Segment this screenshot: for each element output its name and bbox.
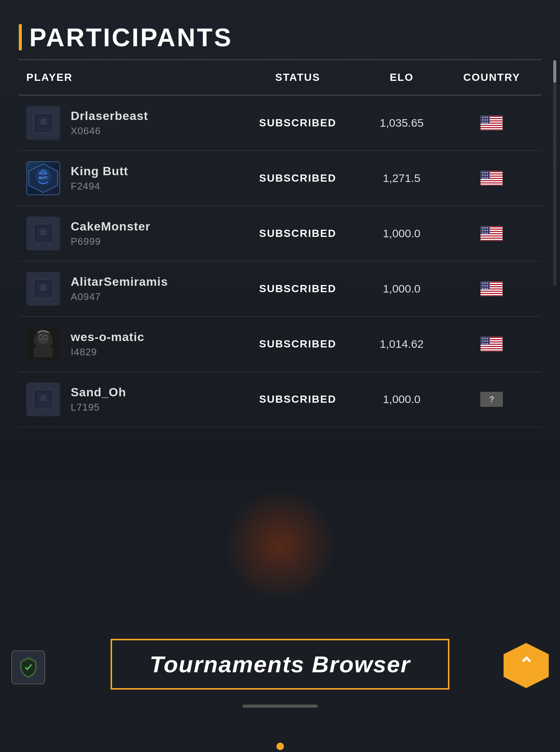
col-header-status: STATUS (234, 60, 361, 95)
elo-cell: 1,000.0 (361, 206, 442, 261)
table-row: CakeMonster P6999 SUBSCRIBED 1,000.0 ★★★… (19, 206, 541, 261)
avatar (26, 217, 60, 250)
col-header-player: PLAYER (19, 60, 234, 95)
avatar: KING BUTT (26, 161, 60, 195)
page-title: PARTICIPANTS (29, 23, 232, 52)
svg-point-22 (39, 336, 42, 338)
player-info: King Butt F2494 (71, 164, 128, 192)
player-id: A0947 (71, 291, 168, 303)
player-id: L7195 (71, 402, 126, 413)
country-cell: ★★★★★★★★★ (442, 95, 541, 151)
country-cell: ★★★★★★★★★ (442, 151, 541, 206)
player-cell: KING BUTT King Butt F2494 (19, 151, 234, 206)
player-name: Drlaserbeast (71, 109, 148, 123)
player-cell: Sand_Oh L7195 (19, 372, 234, 427)
table-row: Sand_Oh L7195 SUBSCRIBED 1,000.0 ? (19, 372, 541, 427)
player-info: Drlaserbeast X0646 (71, 109, 148, 137)
player-name: AlitarSemiramis (71, 275, 168, 289)
scroll-indicator (243, 705, 318, 708)
elo-cell: 1,014.62 (361, 317, 442, 372)
tournaments-browser-button[interactable]: Tournaments Browser (111, 639, 450, 690)
svg-point-28 (42, 395, 45, 398)
country-cell: ? (442, 372, 541, 427)
svg-point-23 (45, 336, 47, 338)
avatar (26, 272, 60, 306)
status-cell: SUBSCRIBED (234, 151, 361, 206)
chevron-up-icon: ⌃ (518, 654, 534, 676)
player-info: CakeMonster P6999 (71, 220, 150, 247)
status-cell: SUBSCRIBED (234, 95, 361, 151)
flag-us: ★★★★★★★★★ (480, 115, 503, 130)
elo-cell: 1,271.5 (361, 151, 442, 206)
flag-us: ★★★★★★★★★ (480, 226, 503, 241)
svg-point-16 (42, 284, 45, 287)
player-id: I4829 (71, 346, 144, 358)
shield-badge[interactable] (11, 650, 45, 684)
country-cell: ★★★★★★★★★ (442, 261, 541, 317)
country-cell: ★★★★★★★★★ (442, 317, 541, 372)
table-row: AlitarSemiramis A0947 SUBSCRIBED 1,000.0… (19, 261, 541, 317)
flag-us: ★★★★★★★★★ (480, 337, 503, 352)
col-header-country: COUNTRY (442, 60, 541, 95)
svg-rect-2 (36, 127, 51, 131)
status-cell: SUBSCRIBED (234, 317, 361, 372)
bottom-indicator (276, 743, 284, 750)
player-name: King Butt (71, 164, 128, 178)
avatar (26, 327, 60, 361)
bottom-section: Tournaments Browser (0, 594, 560, 752)
player-id: X0646 (71, 125, 148, 137)
elo-cell: 1,035.65 (361, 95, 442, 151)
status-cell: SUBSCRIBED (234, 372, 361, 427)
avatar (26, 106, 60, 140)
elo-cell: 1,000.0 (361, 261, 442, 317)
player-id: P6999 (71, 236, 150, 247)
table-row: wes-o-matic I4829 SUBSCRIBED 1,014.62 ★★… (19, 317, 541, 372)
player-id: F2494 (71, 180, 128, 192)
table-row: Drlaserbeast X0646 SUBSCRIBED 1,035.65 ★… (19, 95, 541, 151)
player-cell: CakeMonster P6999 (19, 206, 234, 261)
player-cell: Drlaserbeast X0646 (19, 95, 234, 151)
svg-rect-15 (36, 293, 51, 297)
svg-rect-11 (36, 237, 51, 242)
flag-unknown: ? (480, 392, 503, 407)
flag-us: ★★★★★★★★★ (480, 171, 503, 186)
avatar (26, 382, 60, 416)
participants-table: PLAYER STATUS ELO COUNTRY Drlaserbeast X (19, 60, 541, 427)
table-row: KING BUTT King Butt F2494 SUBSCRIBED 1,2… (19, 151, 541, 206)
player-info: AlitarSemiramis A0947 (71, 275, 168, 303)
col-header-elo: ELO (361, 60, 442, 95)
status-cell: SUBSCRIBED (234, 261, 361, 317)
status-cell: SUBSCRIBED (234, 206, 361, 261)
svg-rect-24 (34, 348, 53, 357)
shield-icon (18, 657, 39, 678)
player-name: wes-o-matic (71, 330, 144, 344)
svg-point-12 (42, 229, 45, 232)
player-info: Sand_Oh L7195 (71, 385, 126, 413)
player-name: Sand_Oh (71, 385, 126, 399)
svg-text:BUTT: BUTT (39, 176, 48, 180)
svg-rect-27 (36, 403, 51, 408)
orange-accent-bar (19, 24, 22, 50)
svg-point-3 (42, 118, 45, 121)
country-cell: ★★★★★★★★★ (442, 206, 541, 261)
player-name: CakeMonster (71, 220, 150, 233)
main-container: PARTICIPANTS PLAYER STATUS ELO COUNTRY (0, 0, 560, 427)
table-header-row: PLAYER STATUS ELO COUNTRY (19, 60, 541, 95)
svg-point-8 (41, 170, 46, 174)
elo-cell: 1,000.0 (361, 372, 442, 427)
player-cell: wes-o-matic I4829 (19, 317, 234, 372)
player-info: wes-o-matic I4829 (71, 330, 144, 358)
flag-us: ★★★★★★★★★ (480, 281, 503, 296)
player-cell: AlitarSemiramis A0947 (19, 261, 234, 317)
page-header: PARTICIPANTS (19, 23, 541, 52)
